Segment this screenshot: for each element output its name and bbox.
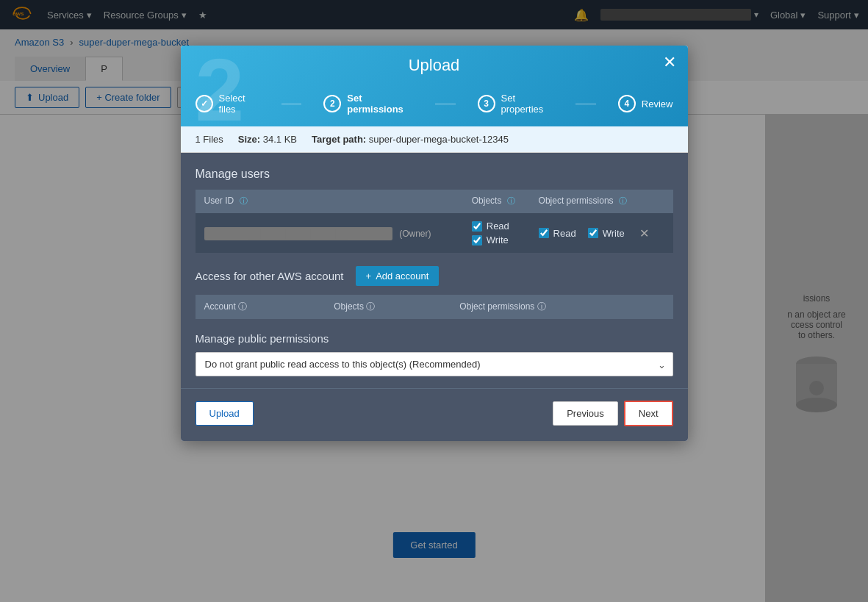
objects-read-checkbox[interactable] — [472, 221, 482, 232]
footer-nav-buttons: Previous Next — [553, 401, 672, 426]
wizard-step-2: 2 Set permissions — [323, 93, 413, 115]
modal-upload-button[interactable]: Upload — [196, 401, 254, 426]
object-perm-col-header: Object permissions ⓘ — [530, 190, 673, 213]
owner-label: (Owner) — [399, 229, 431, 239]
modal-body: Manage users User ID ⓘ Objects ⓘ Objec — [181, 153, 688, 388]
delete-user-row-button[interactable]: ✕ — [636, 226, 652, 240]
user-id-col-header: User ID ⓘ — [196, 190, 463, 213]
user-row: ████████████████ (Owner) Read — [196, 213, 673, 254]
perm-read-checkbox-row[interactable]: Read — [539, 228, 576, 239]
account-perm-col-header: Object permissions ⓘ — [451, 295, 672, 319]
previous-button[interactable]: Previous — [553, 401, 618, 426]
account-objects-info-icon[interactable]: ⓘ — [366, 301, 375, 312]
object-perm-info-icon[interactable]: ⓘ — [619, 196, 627, 205]
step-2-label: Set permissions — [347, 93, 413, 115]
public-perm-section: Manage public permissions Do not grant p… — [196, 332, 673, 376]
account-info-icon[interactable]: ⓘ — [238, 301, 247, 312]
modal-footer: Upload Previous Next — [181, 388, 688, 441]
upload-modal: 2 Upload ✕ ✓ Select files 2 Set permissi… — [181, 46, 688, 441]
step-4-circle: 4 — [618, 95, 636, 112]
next-button[interactable]: Next — [624, 401, 673, 426]
manage-users-heading: Manage users — [196, 168, 673, 181]
users-table: User ID ⓘ Objects ⓘ Object permissions ⓘ — [196, 190, 673, 253]
step-divider-1 — [281, 104, 302, 104]
public-perm-select-wrapper: Do not grant public read access to this … — [196, 352, 673, 376]
user-id-cell: ████████████████ (Owner) — [196, 213, 463, 254]
modal-title: Upload — [196, 46, 673, 81]
modal-header: 2 Upload ✕ ✓ Select files 2 Set permissi… — [181, 46, 688, 126]
account-objects-col-header: Objects ⓘ — [325, 295, 451, 319]
perm-read-checkbox[interactable] — [539, 228, 549, 238]
objects-checkboxes[interactable]: Read Write — [463, 213, 530, 254]
perm-write-checkbox-row[interactable]: Write — [588, 228, 625, 239]
wizard-step-4: 4 Review — [618, 95, 673, 112]
access-other-section: Access for other AWS account + Add accou… — [196, 266, 673, 286]
account-perm-info-icon[interactable]: ⓘ — [537, 301, 546, 312]
plus-icon: + — [366, 270, 372, 282]
objects-read-checkbox-row[interactable]: Read — [472, 221, 521, 232]
objects-info-icon[interactable]: ⓘ — [507, 196, 515, 205]
step-4-label: Review — [642, 98, 673, 110]
target-path: Target path: super-duper-mega-bucket-123… — [312, 134, 509, 145]
public-perm-label: Manage public permissions — [196, 332, 673, 345]
step-divider-3 — [575, 104, 596, 104]
step-2-circle: 2 — [323, 95, 341, 112]
account-table: Account ⓘ Objects ⓘ Object permissions ⓘ — [196, 295, 673, 319]
modal-bg-number: 2 — [196, 46, 245, 134]
modal-close-button[interactable]: ✕ — [663, 54, 676, 71]
wizard-step-3: 3 Set properties — [478, 93, 554, 115]
access-other-label: Access for other AWS account — [196, 270, 344, 282]
perm-checkboxes[interactable]: Read Write ✕ — [530, 213, 673, 254]
objects-col-header: Objects ⓘ — [463, 190, 530, 213]
user-id-info-icon[interactable]: ⓘ — [240, 196, 248, 205]
add-account-button[interactable]: + Add account — [356, 266, 440, 286]
info-bar: 1 Files Size: 34.1 KB Target path: super… — [181, 126, 688, 153]
public-perm-select[interactable]: Do not grant public read access to this … — [196, 352, 673, 376]
user-id-blurred: ████████████████ — [204, 227, 392, 240]
size-info: Size: 34.1 KB — [238, 134, 297, 145]
wizard-steps: ✓ Select files 2 Set permissions 3 Set p… — [196, 81, 673, 123]
perm-write-checkbox[interactable] — [588, 228, 598, 238]
step-3-label: Set properties — [501, 93, 554, 115]
step-3-circle: 3 — [478, 95, 495, 112]
objects-write-checkbox[interactable] — [472, 235, 482, 246]
step-divider-2 — [435, 104, 456, 104]
account-col-header: Account ⓘ — [196, 295, 326, 319]
objects-write-checkbox-row[interactable]: Write — [472, 234, 521, 246]
